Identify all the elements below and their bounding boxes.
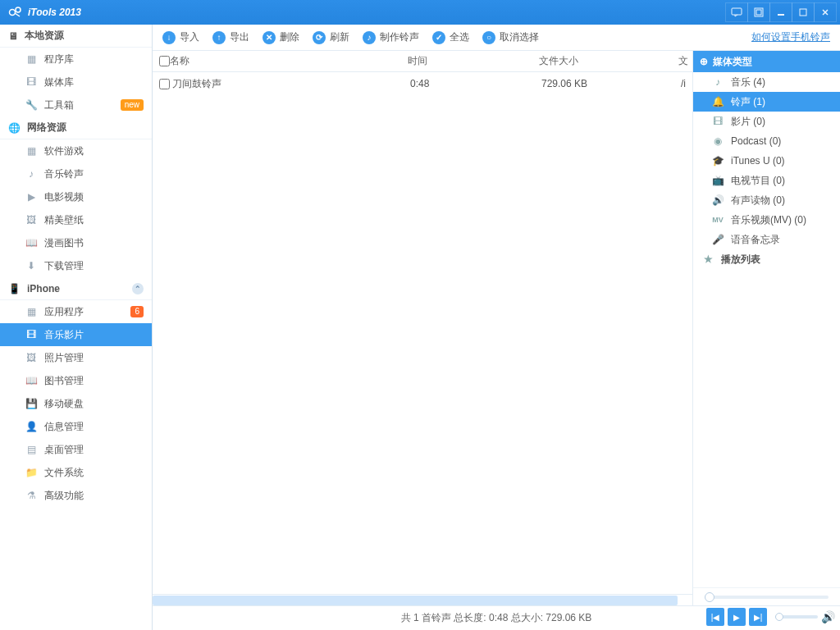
logo-icon <box>8 5 23 20</box>
play-button[interactable]: ▶ <box>728 608 746 626</box>
grid-icon: ▦ <box>25 306 38 317</box>
media-itunesu[interactable]: 🎓iTunes U (0) <box>693 151 840 171</box>
media-audiobook[interactable]: 🔊有声读物 (0) <box>693 190 840 210</box>
import-button[interactable]: ↓导入 <box>162 30 199 44</box>
media-type-header: ⊕ 媒体类型 <box>693 51 840 72</box>
svg-rect-6 <box>800 9 806 16</box>
media-music[interactable]: ♪音乐 (4) <box>693 72 840 92</box>
sidebar-section-network[interactable]: 🌐 网络资源 <box>0 116 152 139</box>
table-header: 名称 时间 文件大小 文 <box>153 51 692 72</box>
close-button[interactable] <box>814 2 837 22</box>
disk-icon: 💾 <box>25 398 38 409</box>
expand-icon[interactable]: ⊕ <box>700 56 708 67</box>
select-all-button[interactable]: ✓全选 <box>432 30 469 44</box>
col-name[interactable]: 名称 <box>170 54 408 68</box>
volume-thumb[interactable] <box>775 613 783 621</box>
sidebar-item-music[interactable]: ♪音乐铃声 <box>0 162 152 185</box>
sidebar-item-library[interactable]: ▦程序库 <box>0 48 152 71</box>
refresh-icon: ⟳ <box>313 31 326 44</box>
sidebar: 🖥 本地资源 ▦程序库 🎞媒体库 🔧工具箱new 🌐 网络资源 ▦软件游戏 ♪音… <box>0 25 153 630</box>
row-checkbox[interactable] <box>159 79 170 89</box>
help-link[interactable]: 如何设置手机铃声 <box>751 30 830 44</box>
sidebar-section-local[interactable]: 🖥 本地资源 <box>0 25 152 48</box>
wrench-icon: 🔧 <box>25 99 38 111</box>
col-size[interactable]: 文件大小 <box>539 54 678 68</box>
compact-button[interactable] <box>747 2 770 22</box>
image-icon: 🖼 <box>25 214 38 226</box>
layout-icon: ▤ <box>25 444 38 455</box>
next-button[interactable]: ▶| <box>749 608 767 626</box>
sidebar-item-wallpapers[interactable]: 🖼精美壁纸 <box>0 208 152 231</box>
refresh-button[interactable]: ⟳刷新 <box>313 30 349 44</box>
titlebar: iTools 2013 <box>0 0 840 25</box>
svg-point-1 <box>16 7 21 12</box>
ringtone-icon: ♪ <box>363 31 376 44</box>
scrollbar-thumb[interactable] <box>153 596 678 605</box>
delete-button[interactable]: ✕删除 <box>262 30 299 44</box>
speaker-icon[interactable]: 🔊 <box>821 610 835 623</box>
sidebar-item-ibooks[interactable]: 📖图书管理 <box>0 369 152 392</box>
col-ext[interactable]: 文 <box>678 54 688 68</box>
app-title: iTools 2013 <box>28 7 81 18</box>
media-voice[interactable]: 🎤语音备忘录 <box>693 230 840 249</box>
sidebar-item-advanced[interactable]: ⚗高级功能 <box>0 484 152 507</box>
media-tv[interactable]: 📺电视节目 (0) <box>693 171 840 190</box>
deselect-button[interactable]: ○取消选择 <box>482 30 539 44</box>
sidebar-section-label: 本地资源 <box>25 29 64 43</box>
new-badge: new <box>121 99 144 111</box>
folder-icon: 📁 <box>25 467 38 478</box>
flask-icon: ⚗ <box>25 490 38 501</box>
select-all-checkbox[interactable] <box>159 56 170 66</box>
chevron-icon: ⌃ <box>132 283 144 294</box>
maximize-button[interactable] <box>792 2 815 22</box>
star-icon: ★ <box>701 253 714 265</box>
sidebar-item-disk[interactable]: 💾移动硬盘 <box>0 392 152 415</box>
sidebar-item-desktop[interactable]: ▤桌面管理 <box>0 438 152 461</box>
sidebar-item-toolbox[interactable]: 🔧工具箱new <box>0 94 152 116</box>
count-badge: 6 <box>130 306 144 317</box>
sidebar-section-label: 网络资源 <box>27 121 66 135</box>
playlist-header[interactable]: ★播放列表 <box>693 249 840 269</box>
export-button[interactable]: ↑导出 <box>212 30 249 44</box>
circle-icon: ○ <box>482 31 495 44</box>
sidebar-item-movies[interactable]: ▶电影视频 <box>0 185 152 208</box>
sidebar-item-media[interactable]: 🎞媒体库 <box>0 71 152 94</box>
media-mv[interactable]: MV音乐视频(MV) (0) <box>693 210 840 230</box>
book-icon: 📖 <box>25 237 38 249</box>
table-row[interactable]: 刀间鼓铃声 0:48 729.06 KB /i <box>153 72 692 95</box>
horizontal-scrollbar[interactable] <box>153 594 692 605</box>
make-ringtone-button[interactable]: ♪制作铃声 <box>363 30 419 44</box>
player-controls: |◀ ▶ ▶| 🔊 <box>706 608 835 626</box>
monitor-icon: 🖥 <box>8 30 18 42</box>
minimize-button[interactable] <box>769 2 792 22</box>
sidebar-item-apps[interactable]: ▦软件游戏 <box>0 139 152 162</box>
person-icon: 👤 <box>25 421 38 432</box>
media-ringtone[interactable]: 🔔铃声 (1) <box>693 92 840 112</box>
seek-bar[interactable] <box>693 587 840 605</box>
statusbar: 共 1 首铃声 总长度: 0:48 总大小: 729.06 KB |◀ ▶ ▶|… <box>153 605 840 630</box>
media-movies[interactable]: 🎞影片 (0) <box>693 112 840 131</box>
mic-icon: 🎤 <box>711 234 724 245</box>
volume-slider[interactable] <box>775 615 818 619</box>
media-podcast[interactable]: ◉Podcast (0) <box>693 131 840 151</box>
feedback-button[interactable] <box>725 2 748 22</box>
sidebar-item-music-video[interactable]: 🎞音乐影片 <box>0 323 152 346</box>
tv-icon: 📺 <box>711 175 724 186</box>
sidebar-section-iphone[interactable]: 📱 iPhone ⌃ <box>0 277 152 300</box>
sidebar-item-downloads[interactable]: ⬇下载管理 <box>0 254 152 277</box>
mv-icon: MV <box>711 216 724 224</box>
svg-point-0 <box>10 10 16 16</box>
play-icon: ▶ <box>25 191 38 203</box>
phone-icon: 📱 <box>8 283 21 294</box>
import-icon: ↓ <box>162 31 176 44</box>
sidebar-item-books[interactable]: 📖漫画图书 <box>0 231 152 254</box>
note-icon: ♪ <box>25 168 38 180</box>
sidebar-item-info[interactable]: 👤信息管理 <box>0 415 152 438</box>
sidebar-item-photos[interactable]: 🖼照片管理 <box>0 346 152 369</box>
seek-thumb[interactable] <box>705 592 714 602</box>
sidebar-item-filesystem[interactable]: 📁文件系统 <box>0 461 152 484</box>
prev-button[interactable]: |◀ <box>706 608 724 626</box>
sidebar-item-applications[interactable]: ▦应用程序6 <box>0 300 152 323</box>
col-time[interactable]: 时间 <box>408 54 539 68</box>
svg-rect-2 <box>732 8 742 15</box>
